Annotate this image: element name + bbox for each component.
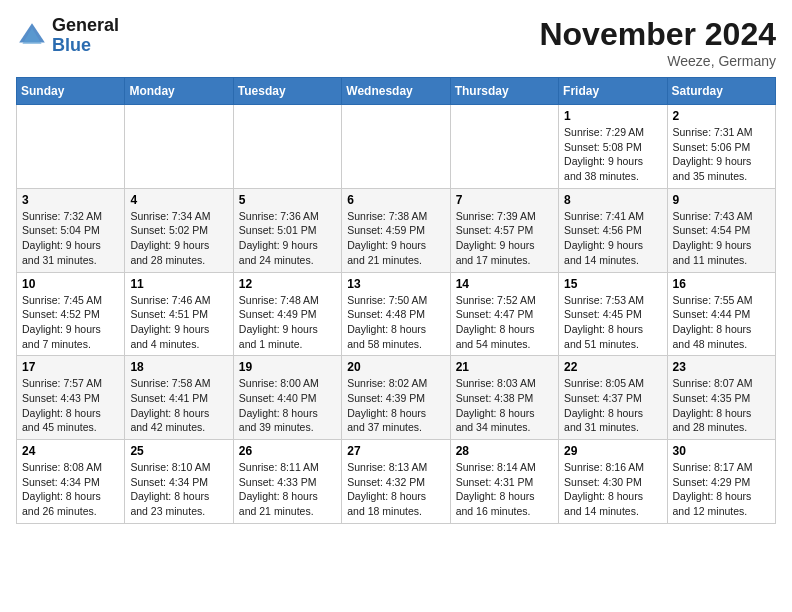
day-number: 15: [564, 277, 661, 291]
weekday-header-wednesday: Wednesday: [342, 78, 450, 105]
weekday-header-row: SundayMondayTuesdayWednesdayThursdayFrid…: [17, 78, 776, 105]
day-number: 27: [347, 444, 444, 458]
day-info: Sunrise: 7:36 AMSunset: 5:01 PMDaylight:…: [239, 209, 336, 268]
weekday-header-monday: Monday: [125, 78, 233, 105]
day-number: 20: [347, 360, 444, 374]
calendar-cell: 13Sunrise: 7:50 AMSunset: 4:48 PMDayligh…: [342, 272, 450, 356]
day-number: 18: [130, 360, 227, 374]
day-number: 21: [456, 360, 553, 374]
day-info: Sunrise: 7:46 AMSunset: 4:51 PMDaylight:…: [130, 293, 227, 352]
logo: General Blue: [16, 16, 119, 56]
calendar-cell: 9Sunrise: 7:43 AMSunset: 4:54 PMDaylight…: [667, 188, 775, 272]
logo-icon: [16, 20, 48, 52]
day-info: Sunrise: 8:00 AMSunset: 4:40 PMDaylight:…: [239, 376, 336, 435]
day-number: 6: [347, 193, 444, 207]
calendar-cell: [450, 105, 558, 189]
calendar-cell: 30Sunrise: 8:17 AMSunset: 4:29 PMDayligh…: [667, 440, 775, 524]
calendar-cell: 25Sunrise: 8:10 AMSunset: 4:34 PMDayligh…: [125, 440, 233, 524]
title-block: November 2024 Weeze, Germany: [539, 16, 776, 69]
day-info: Sunrise: 7:39 AMSunset: 4:57 PMDaylight:…: [456, 209, 553, 268]
calendar-cell: 6Sunrise: 7:38 AMSunset: 4:59 PMDaylight…: [342, 188, 450, 272]
calendar-cell: 24Sunrise: 8:08 AMSunset: 4:34 PMDayligh…: [17, 440, 125, 524]
day-info: Sunrise: 7:52 AMSunset: 4:47 PMDaylight:…: [456, 293, 553, 352]
day-number: 29: [564, 444, 661, 458]
day-number: 11: [130, 277, 227, 291]
page-header: General Blue November 2024 Weeze, German…: [16, 16, 776, 69]
week-row-2: 3Sunrise: 7:32 AMSunset: 5:04 PMDaylight…: [17, 188, 776, 272]
day-info: Sunrise: 7:29 AMSunset: 5:08 PMDaylight:…: [564, 125, 661, 184]
day-number: 8: [564, 193, 661, 207]
calendar-cell: 19Sunrise: 8:00 AMSunset: 4:40 PMDayligh…: [233, 356, 341, 440]
day-info: Sunrise: 7:32 AMSunset: 5:04 PMDaylight:…: [22, 209, 119, 268]
day-info: Sunrise: 8:05 AMSunset: 4:37 PMDaylight:…: [564, 376, 661, 435]
month-title: November 2024: [539, 16, 776, 53]
day-info: Sunrise: 8:10 AMSunset: 4:34 PMDaylight:…: [130, 460, 227, 519]
day-number: 25: [130, 444, 227, 458]
calendar-table: SundayMondayTuesdayWednesdayThursdayFrid…: [16, 77, 776, 524]
day-info: Sunrise: 7:38 AMSunset: 4:59 PMDaylight:…: [347, 209, 444, 268]
calendar-cell: [17, 105, 125, 189]
day-info: Sunrise: 7:57 AMSunset: 4:43 PMDaylight:…: [22, 376, 119, 435]
calendar-cell: 29Sunrise: 8:16 AMSunset: 4:30 PMDayligh…: [559, 440, 667, 524]
calendar-cell: [233, 105, 341, 189]
day-info: Sunrise: 8:11 AMSunset: 4:33 PMDaylight:…: [239, 460, 336, 519]
day-info: Sunrise: 7:50 AMSunset: 4:48 PMDaylight:…: [347, 293, 444, 352]
calendar-cell: 1Sunrise: 7:29 AMSunset: 5:08 PMDaylight…: [559, 105, 667, 189]
day-number: 2: [673, 109, 770, 123]
day-number: 1: [564, 109, 661, 123]
day-info: Sunrise: 8:03 AMSunset: 4:38 PMDaylight:…: [456, 376, 553, 435]
day-number: 14: [456, 277, 553, 291]
week-row-3: 10Sunrise: 7:45 AMSunset: 4:52 PMDayligh…: [17, 272, 776, 356]
day-number: 26: [239, 444, 336, 458]
calendar-cell: 14Sunrise: 7:52 AMSunset: 4:47 PMDayligh…: [450, 272, 558, 356]
calendar-cell: 26Sunrise: 8:11 AMSunset: 4:33 PMDayligh…: [233, 440, 341, 524]
calendar-cell: 8Sunrise: 7:41 AMSunset: 4:56 PMDaylight…: [559, 188, 667, 272]
weekday-header-saturday: Saturday: [667, 78, 775, 105]
week-row-1: 1Sunrise: 7:29 AMSunset: 5:08 PMDaylight…: [17, 105, 776, 189]
day-info: Sunrise: 8:02 AMSunset: 4:39 PMDaylight:…: [347, 376, 444, 435]
calendar-cell: 22Sunrise: 8:05 AMSunset: 4:37 PMDayligh…: [559, 356, 667, 440]
day-number: 16: [673, 277, 770, 291]
calendar-cell: 2Sunrise: 7:31 AMSunset: 5:06 PMDaylight…: [667, 105, 775, 189]
calendar-cell: 27Sunrise: 8:13 AMSunset: 4:32 PMDayligh…: [342, 440, 450, 524]
day-number: 5: [239, 193, 336, 207]
calendar-cell: 5Sunrise: 7:36 AMSunset: 5:01 PMDaylight…: [233, 188, 341, 272]
weekday-header-thursday: Thursday: [450, 78, 558, 105]
day-info: Sunrise: 7:43 AMSunset: 4:54 PMDaylight:…: [673, 209, 770, 268]
calendar-cell: 23Sunrise: 8:07 AMSunset: 4:35 PMDayligh…: [667, 356, 775, 440]
weekday-header-tuesday: Tuesday: [233, 78, 341, 105]
day-number: 10: [22, 277, 119, 291]
day-number: 7: [456, 193, 553, 207]
day-info: Sunrise: 7:31 AMSunset: 5:06 PMDaylight:…: [673, 125, 770, 184]
calendar-cell: 21Sunrise: 8:03 AMSunset: 4:38 PMDayligh…: [450, 356, 558, 440]
logo-text: General Blue: [52, 16, 119, 56]
week-row-5: 24Sunrise: 8:08 AMSunset: 4:34 PMDayligh…: [17, 440, 776, 524]
day-number: 4: [130, 193, 227, 207]
calendar-cell: 7Sunrise: 7:39 AMSunset: 4:57 PMDaylight…: [450, 188, 558, 272]
day-info: Sunrise: 7:41 AMSunset: 4:56 PMDaylight:…: [564, 209, 661, 268]
day-info: Sunrise: 7:58 AMSunset: 4:41 PMDaylight:…: [130, 376, 227, 435]
day-number: 19: [239, 360, 336, 374]
day-info: Sunrise: 8:13 AMSunset: 4:32 PMDaylight:…: [347, 460, 444, 519]
calendar-cell: 28Sunrise: 8:14 AMSunset: 4:31 PMDayligh…: [450, 440, 558, 524]
day-number: 17: [22, 360, 119, 374]
day-info: Sunrise: 8:08 AMSunset: 4:34 PMDaylight:…: [22, 460, 119, 519]
weekday-header-sunday: Sunday: [17, 78, 125, 105]
day-info: Sunrise: 7:55 AMSunset: 4:44 PMDaylight:…: [673, 293, 770, 352]
calendar-cell: [125, 105, 233, 189]
day-number: 13: [347, 277, 444, 291]
calendar-cell: 4Sunrise: 7:34 AMSunset: 5:02 PMDaylight…: [125, 188, 233, 272]
week-row-4: 17Sunrise: 7:57 AMSunset: 4:43 PMDayligh…: [17, 356, 776, 440]
day-number: 28: [456, 444, 553, 458]
day-number: 30: [673, 444, 770, 458]
day-info: Sunrise: 8:07 AMSunset: 4:35 PMDaylight:…: [673, 376, 770, 435]
calendar-cell: 11Sunrise: 7:46 AMSunset: 4:51 PMDayligh…: [125, 272, 233, 356]
calendar-cell: 15Sunrise: 7:53 AMSunset: 4:45 PMDayligh…: [559, 272, 667, 356]
day-number: 12: [239, 277, 336, 291]
day-info: Sunrise: 8:16 AMSunset: 4:30 PMDaylight:…: [564, 460, 661, 519]
calendar-cell: 17Sunrise: 7:57 AMSunset: 4:43 PMDayligh…: [17, 356, 125, 440]
calendar-cell: 18Sunrise: 7:58 AMSunset: 4:41 PMDayligh…: [125, 356, 233, 440]
day-number: 23: [673, 360, 770, 374]
calendar-cell: 20Sunrise: 8:02 AMSunset: 4:39 PMDayligh…: [342, 356, 450, 440]
calendar-cell: 12Sunrise: 7:48 AMSunset: 4:49 PMDayligh…: [233, 272, 341, 356]
